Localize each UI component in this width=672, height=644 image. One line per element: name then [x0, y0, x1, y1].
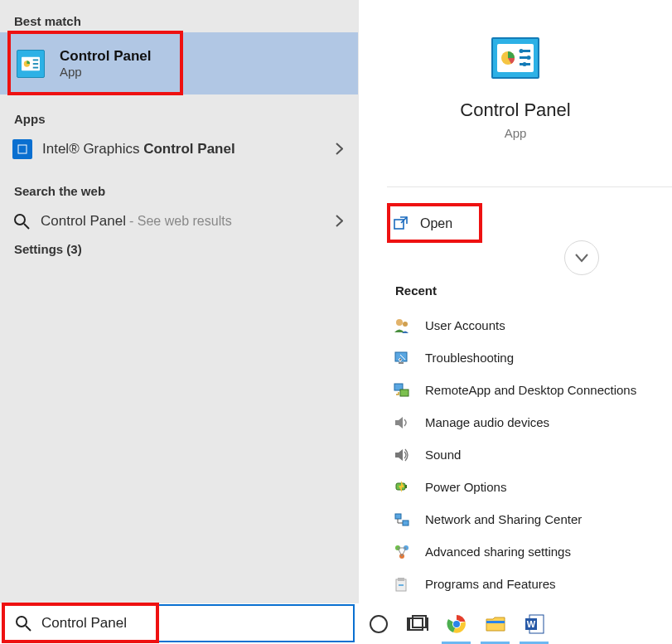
section-header-settings: Settings (3): [0, 242, 82, 256]
section-search-web: Search the web Control Panel - See web r…: [0, 170, 359, 244]
recent-item-programs-features[interactable]: Programs and Features: [387, 568, 665, 600]
recent-item-sound[interactable]: Sound: [387, 438, 665, 471]
svg-marker-25: [395, 417, 403, 429]
chevron-right-icon: [334, 214, 344, 229]
recent-list: User Accounts Troubleshooting RemoteApp …: [387, 309, 665, 600]
taskbar-cortana-icon[interactable]: [359, 603, 398, 644]
hero-title: Control Panel: [359, 99, 672, 121]
open-icon: [394, 216, 409, 231]
svg-point-44: [370, 616, 387, 632]
control-panel-icon: [17, 50, 45, 78]
svg-rect-29: [395, 514, 401, 519]
best-match-title: Control Panel: [60, 48, 152, 65]
recent-item-user-accounts[interactable]: User Accounts: [387, 309, 665, 341]
recent-item-network-sharing[interactable]: Network and Sharing Center: [387, 503, 665, 535]
recent-item-label: Troubleshooting: [425, 351, 514, 365]
divider: [387, 186, 672, 187]
section-header-web: Search the web: [0, 170, 359, 198]
recent-item-audio-devices[interactable]: Manage audio devices: [387, 406, 665, 438]
best-match-result[interactable]: Control Panel App: [0, 32, 358, 94]
taskbar-search-box[interactable]: [3, 604, 355, 642]
svg-line-8: [24, 224, 29, 229]
control-panel-large-icon: [491, 37, 539, 79]
advanced-sharing-icon: [394, 544, 410, 560]
recent-item-label: Network and Sharing Center: [425, 512, 582, 526]
recent-item-label: Power Options: [425, 480, 506, 494]
audio-devices-icon: [394, 414, 410, 431]
user-accounts-icon: [394, 317, 410, 334]
taskbar-taskview-icon[interactable]: [398, 603, 437, 644]
apps-result-label: Intel® Graphics Control Panel: [42, 141, 334, 157]
svg-point-12: [520, 49, 524, 53]
section-settings[interactable]: Settings (3): [0, 242, 82, 256]
svg-point-19: [396, 319, 403, 326]
expand-chevron-button[interactable]: [564, 240, 599, 275]
taskbar: W: [359, 603, 672, 644]
recent-item-label: Manage audio devices: [425, 415, 549, 429]
svg-marker-26: [395, 449, 403, 461]
search-icon: [12, 212, 31, 230]
search-icon: [15, 615, 31, 632]
svg-point-14: [527, 56, 531, 60]
section-apps: Apps Intel® Graphics Control Panel: [0, 104, 359, 172]
svg-rect-52: [486, 621, 505, 623]
troubleshooting-icon: [394, 350, 410, 366]
svg-rect-40: [398, 578, 404, 581]
recent-item-remoteapp[interactable]: RemoteApp and Desktop Connections: [387, 374, 665, 406]
svg-rect-2: [33, 59, 38, 61]
svg-text:W: W: [526, 619, 535, 629]
app-hero: Control Panel App: [359, 0, 672, 140]
recent-item-label: Programs and Features: [425, 577, 556, 591]
search-input[interactable]: [41, 615, 290, 632]
action-open-label: Open: [420, 216, 452, 231]
recent-item-label: User Accounts: [425, 318, 505, 332]
svg-point-42: [17, 617, 27, 627]
apps-result-intel-graphics[interactable]: Intel® Graphics Control Panel: [0, 126, 359, 172]
programs-features-icon: [394, 576, 410, 593]
svg-line-43: [26, 626, 31, 631]
web-result-suffix: - See web results: [129, 214, 334, 229]
recent-item-label: Advanced sharing settings: [425, 545, 571, 559]
sound-icon: [394, 447, 410, 463]
section-header-recent: Recent: [395, 283, 437, 298]
intel-graphics-icon: [12, 139, 32, 159]
search-results-left-pane: Best match Control Panel App Apps Intel®…: [0, 0, 359, 603]
svg-rect-28: [405, 485, 407, 488]
web-result-control-panel[interactable]: Control Panel - See web results: [0, 198, 359, 244]
svg-point-16: [523, 62, 527, 66]
chevron-right-icon: [334, 142, 344, 157]
svg-rect-4: [33, 66, 38, 68]
recent-item-advanced-sharing[interactable]: Advanced sharing settings: [387, 535, 665, 568]
recent-item-power-options[interactable]: Power Options: [387, 471, 665, 503]
svg-rect-30: [403, 521, 409, 525]
recent-item-troubleshooting[interactable]: Troubleshooting: [387, 341, 665, 374]
taskbar-file-explorer-icon[interactable]: [476, 603, 515, 644]
action-open[interactable]: Open: [387, 206, 652, 242]
hero-subtitle: App: [359, 126, 672, 140]
svg-rect-22: [399, 362, 404, 364]
taskbar-word-icon[interactable]: W: [515, 603, 554, 644]
section-header-apps: Apps: [0, 104, 359, 126]
svg-point-7: [15, 215, 25, 225]
web-result-label: Control Panel: [41, 213, 126, 230]
svg-rect-3: [33, 63, 38, 65]
section-header-best-match: Best match: [0, 0, 359, 28]
svg-rect-41: [399, 584, 404, 586]
taskbar-chrome-icon[interactable]: [437, 603, 476, 644]
best-match-subtitle: App: [60, 65, 152, 79]
network-sharing-icon: [394, 511, 410, 528]
svg-point-51: [453, 621, 460, 627]
svg-rect-24: [400, 390, 409, 396]
recent-item-label: RemoteApp and Desktop Connections: [425, 383, 636, 397]
recent-item-label: Sound: [425, 448, 461, 462]
power-options-icon: [394, 479, 410, 496]
svg-point-20: [403, 322, 408, 327]
remoteapp-icon: [394, 382, 410, 399]
